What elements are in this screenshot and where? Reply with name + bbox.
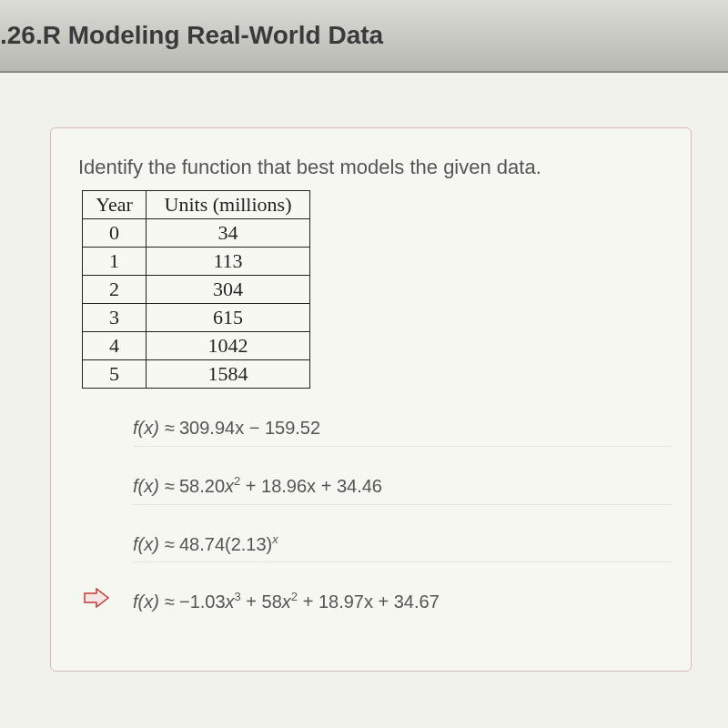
question-prompt: Identify the function that best models t… <box>78 156 672 179</box>
option-c[interactable]: f(x) ≈ 48.74(2.13)x <box>133 529 672 563</box>
option-b-formula: f(x) ≈ 58.20x2 + 18.96x + 34.46 <box>133 474 382 497</box>
cell-year: 5 <box>83 360 147 389</box>
cell-year: 2 <box>83 276 147 304</box>
header-units: Units (millions) <box>147 191 310 219</box>
option-c-formula: f(x) ≈ 48.74(2.13)x <box>133 532 278 555</box>
cell-units: 34 <box>147 219 310 248</box>
arrow-right-icon <box>83 588 110 608</box>
cell-units: 1584 <box>147 360 310 389</box>
cell-units: 1042 <box>147 332 310 360</box>
option-a-formula: f(x) ≈ 309.94x − 159.52 <box>133 418 320 439</box>
data-table: Year Units (millions) 0 34 1 113 2 304 3… <box>82 190 310 389</box>
answer-options: f(x) ≈ 309.94x − 159.52 f(x) ≈ 58.20x2 +… <box>78 414 672 620</box>
option-d[interactable]: f(x) ≈ −1.03x3 + 58x2 + 18.97x + 34.67 <box>133 586 672 620</box>
page-title: .26.R Modeling Real-World Data <box>0 21 383 50</box>
cell-year: 0 <box>83 219 147 248</box>
table-row: 2 304 <box>83 276 310 304</box>
title-bar: .26.R Modeling Real-World Data <box>0 0 728 73</box>
cell-units: 113 <box>147 248 310 276</box>
table-row: 3 615 <box>83 304 310 332</box>
table-row: 5 1584 <box>83 360 310 389</box>
table-header-row: Year Units (millions) <box>83 191 310 219</box>
cell-year: 4 <box>83 332 147 360</box>
option-b[interactable]: f(x) ≈ 58.20x2 + 18.96x + 34.46 <box>133 470 672 505</box>
content-area: Identify the function that best models t… <box>0 73 728 708</box>
cell-year: 3 <box>83 304 147 332</box>
question-panel: Identify the function that best models t… <box>50 127 692 672</box>
option-a[interactable]: f(x) ≈ 309.94x − 159.52 <box>133 414 672 447</box>
header-year: Year <box>83 191 147 219</box>
option-d-formula: f(x) ≈ −1.03x3 + 58x2 + 18.97x + 34.67 <box>133 590 440 612</box>
cell-units: 615 <box>147 304 310 332</box>
cell-units: 304 <box>147 276 310 304</box>
cell-year: 1 <box>83 248 147 276</box>
table-row: 4 1042 <box>83 332 310 360</box>
table-row: 0 34 <box>83 219 310 248</box>
table-row: 1 113 <box>83 248 310 276</box>
